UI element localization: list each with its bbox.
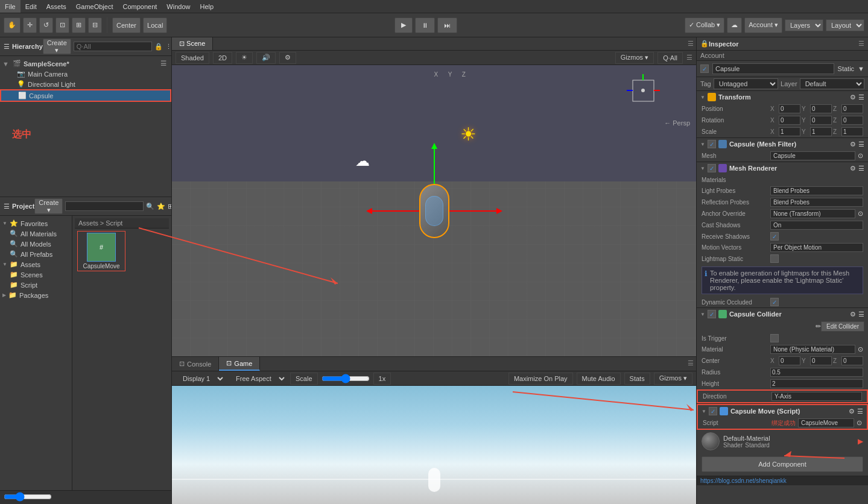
mute-audio-btn[interactable]: Mute Audio [577, 373, 621, 385]
tab-console[interactable]: ⊡ Console [172, 357, 219, 371]
object-active-checkbox[interactable] [700, 65, 709, 73]
shading-dropdown[interactable]: Shaded [176, 52, 209, 64]
script-target-icon[interactable]: ⊙ [857, 419, 862, 427]
stats-btn[interactable]: Stats [624, 373, 650, 385]
reflection-probes-value[interactable]: Blend Probes [770, 198, 863, 207]
game-gizmos-btn[interactable]: Gizmos ▾ [654, 373, 692, 385]
capsule-collider-header[interactable]: ▼ Capsule Collider ⚙ ☰ [697, 308, 868, 320]
mf-active[interactable] [708, 140, 716, 148]
light-probes-value[interactable]: Blend Probes [770, 186, 863, 195]
pos-x-input[interactable] [779, 104, 800, 113]
rot-x-input[interactable] [779, 116, 800, 125]
project-search[interactable] [65, 201, 144, 211]
capsule-move-header[interactable]: ▼ Capsule Move (Script) ⚙ ☰ [698, 405, 867, 417]
hierarchy-main-camera[interactable]: 📷 Main Camera [0, 69, 171, 79]
scene-canvas[interactable]: ☀ ☁ [172, 65, 696, 356]
mr-more-icon[interactable]: ☰ [858, 165, 864, 172]
asset-size-slider[interactable] [4, 492, 52, 502]
tree-favorites[interactable]: ▼ ⭐ Favorites [0, 218, 72, 228]
game-panel-more[interactable]: ☰ [685, 357, 696, 371]
cast-shadows-value[interactable]: On [770, 221, 863, 230]
scale-y-input[interactable] [810, 127, 832, 136]
scale-x-input[interactable] [779, 127, 800, 136]
script-value[interactable]: CapsuleMove [798, 418, 854, 427]
mesh-renderer-header[interactable]: ▼ Mesh Renderer ⚙ ☰ [697, 162, 868, 174]
inspector-more-icon[interactable]: ☰ [858, 40, 864, 48]
collider-mat-target-icon[interactable]: ⊙ [858, 345, 863, 353]
mesh-target-icon[interactable]: ⊙ [858, 152, 863, 160]
tree-packages[interactable]: ▶ 📁 Packages [0, 290, 72, 300]
tab-game[interactable]: ⊡ Game [219, 357, 260, 371]
menu-assets[interactable]: Assets [42, 0, 71, 13]
mesh-filter-header[interactable]: ▼ Capsule (Mesh Filter) ⚙ ☰ [697, 138, 868, 150]
tag-select[interactable]: Untagged [714, 78, 778, 89]
add-component-btn[interactable]: Add Component [702, 456, 863, 472]
cm-more-icon[interactable]: ☰ [857, 408, 863, 415]
center-btn[interactable]: Center [112, 17, 141, 33]
cc-more-icon[interactable]: ☰ [858, 310, 864, 318]
asset-capsule-move[interactable]: # CapsuleMove [77, 231, 125, 271]
gizmos-btn[interactable]: Gizmos ▾ [615, 52, 654, 64]
hierarchy-search[interactable] [74, 42, 152, 51]
transform-header[interactable]: ▼ Transform ⚙ ☰ [697, 91, 868, 103]
radius-input[interactable] [770, 368, 863, 377]
cm-active[interactable] [709, 407, 717, 415]
hierarchy-capsule[interactable]: ⬜ Capsule [0, 89, 171, 102]
mr-active[interactable] [708, 164, 716, 172]
tree-all-materials[interactable]: 🔍 All Materials [0, 228, 72, 239]
hierarchy-lock-icon[interactable]: 🔒 [154, 43, 163, 51]
cc-reset-icon[interactable]: ⚙ [850, 310, 856, 318]
mf-more-icon[interactable]: ☰ [858, 140, 864, 148]
hierarchy-more-icon[interactable]: ⋮ [165, 43, 172, 51]
scene-close-icon[interactable]: ☰ [686, 54, 692, 61]
menu-window[interactable]: Window [162, 0, 195, 13]
inspector-lock-icon[interactable]: 🔒 [700, 40, 709, 48]
maximize-on-play-btn[interactable]: Maximize On Play [508, 373, 573, 385]
scale-tool-btn[interactable]: ⊡ [55, 17, 69, 33]
tree-all-models[interactable]: 🔍 All Models [0, 239, 72, 249]
collider-material-value[interactable]: None (Physic Material) [770, 345, 855, 354]
hierarchy-directional-light[interactable]: 💡 Directional Light [0, 79, 171, 89]
tree-script[interactable]: 📁 Script [0, 280, 72, 290]
cloud-btn[interactable]: ☁ [727, 17, 742, 33]
scene-search[interactable]: Q∙All [657, 52, 683, 64]
project-search-icon[interactable]: 🔍 [146, 203, 154, 210]
account-btn[interactable]: Account ▾ [744, 17, 782, 33]
tree-all-prefabs[interactable]: 🔍 All Prefabs [0, 249, 72, 259]
local-btn[interactable]: Local [143, 17, 167, 33]
anchor-target-icon[interactable]: ⊙ [858, 210, 863, 218]
static-dropdown-icon[interactable]: ▼ [858, 65, 864, 72]
mat-more-icon[interactable]: ▶ [858, 437, 863, 446]
gizmo-cube[interactable] [627, 74, 660, 107]
pos-z-input[interactable] [841, 104, 863, 113]
pos-y-input[interactable] [810, 104, 832, 113]
hierarchy-create-btn[interactable]: Create ▾ [43, 39, 71, 54]
hand-tool-btn[interactable]: ✋ [4, 17, 21, 33]
collab-btn[interactable]: ✓ Collab ▾ [685, 17, 724, 33]
2d-btn[interactable]: 2D [213, 52, 232, 64]
mesh-value[interactable]: Capsule [770, 151, 855, 160]
is-trigger-checkbox[interactable] [770, 334, 779, 342]
tree-scenes[interactable]: 📁 Scenes [0, 269, 72, 280]
breadcrumb-assets[interactable]: Assets [78, 219, 98, 227]
menu-edit[interactable]: Edit [21, 0, 42, 13]
pause-btn[interactable]: ⏸ [415, 17, 435, 33]
edit-collider-btn[interactable]: Edit Collider [821, 321, 864, 332]
play-btn[interactable]: ▶ [394, 17, 413, 33]
receive-shadows-checkbox[interactable] [770, 232, 779, 241]
breadcrumb-script[interactable]: Script [106, 219, 122, 227]
center-z-input[interactable] [841, 356, 863, 365]
hierarchy-scene[interactable]: ▼ 🎬 SampleScene* ☰ [0, 58, 171, 69]
rect-tool-btn[interactable]: ⊞ [72, 17, 86, 33]
lightmap-static-checkbox[interactable] [770, 254, 779, 263]
layers-dropdown[interactable]: Layers [785, 19, 823, 31]
display-dropdown[interactable]: Display 1 [176, 373, 225, 385]
menu-file[interactable]: File [0, 0, 21, 13]
cc-active[interactable] [708, 310, 716, 318]
project-create-btn[interactable]: Create ▾ [34, 198, 63, 214]
center-y-input[interactable] [810, 356, 832, 365]
rot-y-input[interactable] [810, 116, 832, 125]
mr-reset-icon[interactable]: ⚙ [850, 165, 856, 172]
direction-value[interactable]: Y-Axis [771, 392, 862, 401]
rotate-tool-btn[interactable]: ↺ [39, 17, 53, 33]
